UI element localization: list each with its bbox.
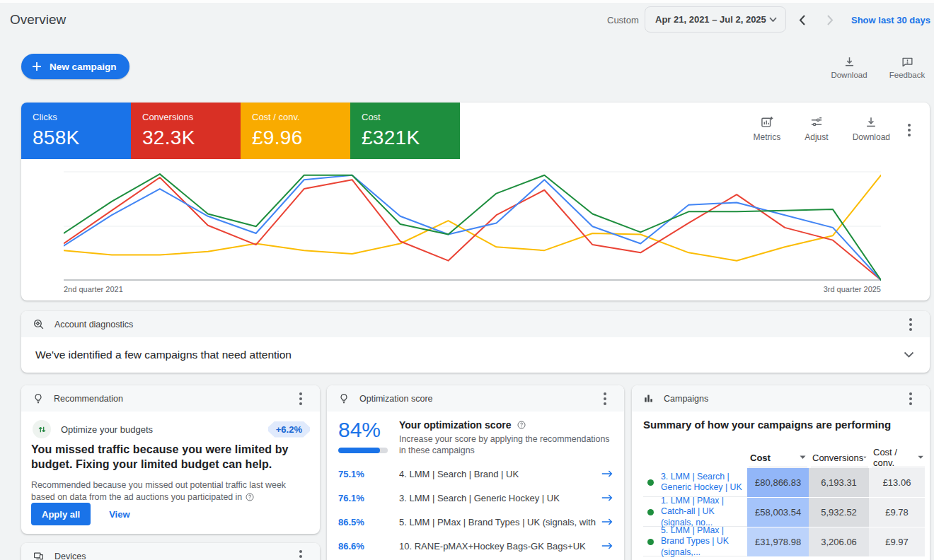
date-range-value: Apr 21, 2021 – Jul 2, 2025 [655, 14, 766, 25]
caret-down-icon [918, 455, 923, 460]
optimization-score-heading: Your optimization score [399, 419, 526, 431]
caret-down-icon [863, 455, 867, 460]
cost-cell: £31,978.98 [747, 527, 809, 556]
optimization-score-card: Optimization score 84% Your optimization… [327, 385, 624, 560]
view-button[interactable]: View [109, 509, 129, 520]
bar-chart-icon [643, 393, 654, 404]
conversions-cell: 5,932.52 [809, 498, 869, 527]
optimization-campaign-row[interactable]: 75.1% 4. LMM | Search | Brand | UK [327, 462, 624, 486]
chart-download-button[interactable]: Download [853, 115, 890, 142]
recommendation-headline: You missed traffic because you were limi… [31, 442, 311, 472]
campaigns-table-header: Cost Conversions Cost / conv. [643, 450, 925, 467]
series-line-cost [64, 174, 881, 280]
download-report-button[interactable]: Download [826, 55, 872, 79]
help-circle-icon[interactable] [245, 492, 255, 502]
cost-cell: £58,003.54 [747, 498, 809, 527]
campaign-link[interactable]: 5. LMM | PMax | Brand Types | UK (signal… [661, 525, 747, 559]
column-header-cost[interactable]: Cost [749, 450, 807, 467]
account-diagnostics-card: Account diagnostics We've identified a f… [21, 311, 930, 373]
next-period-button[interactable] [819, 9, 841, 30]
campaigns-summary: Summary of how your campaigns are perfor… [643, 419, 891, 431]
campaign-table-row: 3. LMM | Search | Generic Hockey | UK £8… [643, 468, 925, 497]
caret-down-icon [769, 17, 777, 22]
lightbulb-icon [33, 392, 44, 404]
performance-chart-card: Clicks 858K Conversions 32.3K Cost / con… [21, 103, 930, 301]
optimization-campaign-row[interactable]: 76.1% 3. LMM | Search | Generic Hockey |… [327, 486, 624, 510]
chart-canvas [64, 170, 881, 283]
recommendation-card: Recommendation Optimize your budgets +6.… [21, 385, 320, 534]
show-last-30-days-link[interactable]: Show last 30 days [851, 15, 930, 25]
caret-down-icon [800, 455, 806, 460]
series-line-clicks [64, 175, 881, 280]
adjust-sliders-icon [809, 115, 824, 129]
recommendation-header: Recommendation [21, 385, 320, 412]
page-title: Overview [10, 12, 66, 28]
cost-per-conv-cell: £9.97 [869, 527, 925, 556]
optimize-budgets-label: Optimize your budgets [61, 424, 268, 435]
status-enabled-dot [647, 479, 654, 486]
campaign-table-row: 1. LMM | PMax | Catch-all | UK (signals,… [643, 498, 925, 527]
new-campaign-button[interactable]: New campaign [21, 54, 129, 79]
download-icon [843, 55, 856, 69]
metrics-button[interactable]: Metrics [754, 115, 781, 142]
arrow-right-icon[interactable] [601, 542, 613, 550]
lightbulb-icon [338, 392, 350, 404]
chart-toolbar: Metrics Adjust Download [754, 115, 890, 142]
chart-card-menu[interactable] [901, 122, 917, 138]
campaigns-menu[interactable] [903, 391, 918, 407]
status-enabled-dot [647, 509, 654, 515]
account-diagnostics-menu[interactable] [903, 317, 918, 332]
recommendation-title: Recommendation [54, 394, 283, 404]
conversions-cell: 3,206.06 [809, 527, 869, 556]
optimize-budgets-row: Optimize your budgets +6.2% [33, 420, 310, 438]
scorecard-clicks[interactable]: Clicks 858K [21, 103, 131, 159]
arrow-right-icon[interactable] [601, 494, 613, 502]
cost-per-conv-cell: £13.06 [869, 468, 925, 497]
adjust-button[interactable]: Adjust [805, 115, 828, 142]
optimization-score-menu[interactable] [597, 391, 613, 407]
campaign-link[interactable]: 1. LMM | PMax | Catch-all | UK (signals,… [661, 496, 747, 529]
plus-icon [31, 61, 42, 72]
devices-menu[interactable] [293, 549, 309, 560]
conversions-cell: 6,193.31 [809, 468, 869, 497]
scorecard-cost[interactable]: Cost £321K [350, 103, 460, 159]
cost-per-conv-cell: £9.78 [869, 498, 925, 527]
scorecard-tiles: Clicks 858K Conversions 32.3K Cost / con… [21, 103, 460, 159]
x-axis-start-label: 2nd quarter 2021 [64, 285, 123, 293]
chart-x-axis-labels: 2nd quarter 2021 3rd quarter 2025 [64, 285, 881, 293]
help-circle-icon[interactable] [517, 420, 526, 430]
diagnostics-message-row[interactable]: We've identified a few campaigns that ne… [21, 337, 930, 373]
campaigns-header: Campaigns [632, 385, 930, 412]
scorecard-conversions[interactable]: Conversions 32.3K [131, 103, 241, 159]
optimization-score-progress [338, 448, 388, 453]
optimization-campaign-row[interactable]: 86.5% 5. LMM | PMax | Brand Types | UK (… [327, 510, 624, 534]
optimization-score-value: 84% [338, 418, 381, 442]
arrow-right-icon[interactable] [601, 518, 613, 526]
column-header-cost-per-conv[interactable]: Cost / conv. [872, 450, 925, 467]
recommendation-menu[interactable] [293, 391, 309, 407]
apply-all-button[interactable]: Apply all [31, 503, 91, 525]
budget-arrows-icon [33, 420, 51, 438]
campaign-link[interactable]: 3. LMM | Search | Generic Hockey | UK [661, 472, 747, 494]
x-axis-end-label: 3rd quarter 2025 [824, 285, 881, 293]
optimization-score-subtext: Increase your score by applying the reco… [399, 433, 613, 456]
optimization-score-progress-fill [338, 448, 380, 453]
optimization-score-title: Optimization score [359, 394, 587, 404]
account-diagnostics-header: Account diagnostics [21, 311, 930, 337]
column-header-conversions[interactable]: Conversions [811, 450, 868, 467]
previous-period-button[interactable] [791, 9, 812, 30]
chevron-down-icon[interactable] [904, 351, 914, 358]
devices-header: Devices [21, 543, 320, 560]
chevron-right-icon [827, 15, 834, 25]
new-campaign-label: New campaign [50, 62, 117, 72]
scorecard-cost-per-conv[interactable]: Cost / conv. £9.96 [241, 103, 350, 159]
optimization-campaign-row[interactable]: 86.6% 10. RANE-pMAX+Hockey Bags-GK Bags+… [327, 534, 624, 558]
recommendation-subtext: Recommended because you missed out poten… [31, 479, 309, 503]
top-divider [0, 0, 934, 3]
feedback-button[interactable]: Feedback [884, 55, 930, 79]
date-range-selector[interactable]: Apr 21, 2021 – Jul 2, 2025 [645, 6, 786, 33]
arrow-right-icon[interactable] [601, 469, 613, 478]
series-line-cost-conv- [64, 175, 881, 261]
status-enabled-dot [647, 539, 654, 545]
download-icon [864, 115, 878, 129]
